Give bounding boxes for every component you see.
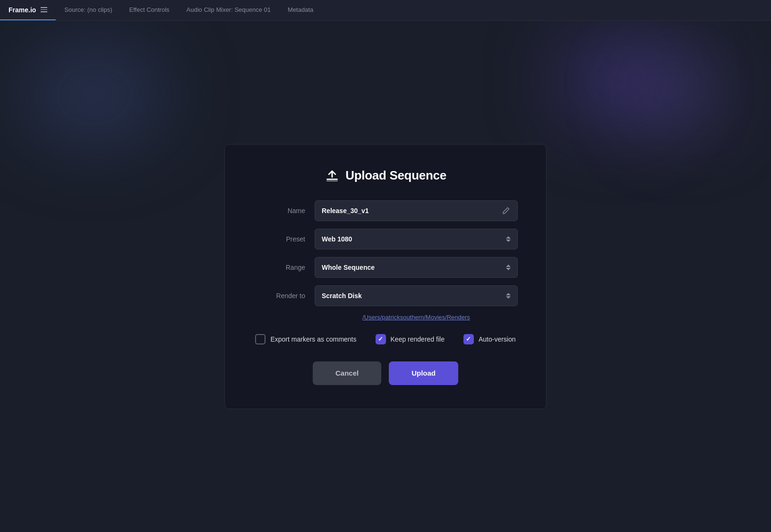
range-spinner[interactable] [506, 265, 511, 270]
range-label: Range [253, 264, 315, 271]
name-label: Name [253, 207, 315, 215]
main-content: Upload Sequence Name Release_30_v1 P [0, 21, 771, 532]
checkbox-auto-version[interactable]: ✓ Auto-version [463, 334, 516, 344]
tab-bar: Frame.io Source: (no clips) Effect Contr… [0, 0, 771, 21]
preset-label: Preset [253, 235, 315, 243]
preset-spinner[interactable] [506, 236, 511, 242]
renderto-value: Scratch Disk [322, 292, 506, 300]
tab-source[interactable]: Source: (no clips) [56, 0, 120, 20]
upload-button[interactable]: Upload [389, 361, 458, 385]
edit-icon[interactable] [501, 206, 511, 215]
path-link[interactable]: /Users/patricksouthern/Movies/Renders [362, 314, 470, 321]
menu-icon[interactable] [41, 7, 47, 12]
renderto-arrow-up[interactable] [506, 293, 511, 295]
preset-control[interactable]: Web 1080 [315, 229, 518, 249]
frameio-logo: Frame.io [9, 6, 36, 14]
checkboxes-row: Export markers as comments ✓ Keep render… [253, 334, 518, 344]
checkbox-keep-rendered[interactable]: ✓ Keep rendered file [376, 334, 445, 344]
range-control[interactable]: Whole Sequence [315, 257, 518, 278]
renderto-control[interactable]: Scratch Disk [315, 285, 518, 306]
dialog-wrapper: Upload Sequence Name Release_30_v1 P [224, 144, 547, 409]
tab-metadata[interactable]: Metadata [279, 0, 322, 20]
svg-rect-2 [326, 180, 338, 181]
range-arrow-down[interactable] [506, 268, 511, 270]
preset-row: Preset Web 1080 [253, 229, 518, 249]
dialog-title: Upload Sequence [325, 168, 446, 183]
checkbox-export-markers[interactable]: Export markers as comments [255, 334, 356, 344]
checkbox-auto-version-check: ✓ [466, 336, 471, 342]
tab-audiomixer[interactable]: Audio Clip Mixer: Sequence 01 [178, 0, 280, 20]
upload-dialog: Upload Sequence Name Release_30_v1 P [253, 168, 518, 385]
preset-value: Web 1080 [322, 235, 506, 243]
checkbox-auto-version-box[interactable]: ✓ [463, 334, 474, 344]
form-section: Name Release_30_v1 Preset Web 1080 [253, 200, 518, 314]
name-row: Name Release_30_v1 [253, 200, 518, 221]
preset-arrow-down[interactable] [506, 240, 511, 242]
upload-sequence-icon [325, 168, 340, 183]
name-control[interactable]: Release_30_v1 [315, 200, 518, 221]
range-arrow-up[interactable] [506, 265, 511, 267]
tab-frameio[interactable]: Frame.io [0, 0, 56, 20]
checkbox-keep-rendered-box[interactable]: ✓ [376, 334, 386, 344]
range-value: Whole Sequence [322, 264, 506, 271]
tab-source-label: Source: (no clips) [64, 6, 112, 13]
cancel-button[interactable]: Cancel [313, 361, 381, 385]
buttons-row: Cancel Upload [313, 361, 458, 385]
preset-arrow-up[interactable] [506, 236, 511, 239]
tab-effects-label: Effect Controls [129, 6, 170, 13]
renderto-label: Render to [253, 292, 315, 300]
renderto-row: Render to Scratch Disk [253, 285, 518, 306]
path-row: /Users/patricksouthern/Movies/Renders [301, 314, 470, 321]
checkbox-export-markers-box[interactable] [255, 334, 266, 344]
tab-metadata-label: Metadata [288, 6, 313, 13]
svg-rect-0 [326, 179, 338, 180]
renderto-spinner[interactable] [506, 293, 511, 299]
checkbox-export-markers-label: Export markers as comments [270, 335, 356, 343]
name-value: Release_30_v1 [322, 207, 501, 215]
range-row: Range Whole Sequence [253, 257, 518, 278]
tab-effects[interactable]: Effect Controls [121, 0, 178, 20]
checkbox-auto-version-label: Auto-version [479, 335, 516, 343]
checkbox-keep-rendered-label: Keep rendered file [391, 335, 445, 343]
tab-audiomixer-label: Audio Clip Mixer: Sequence 01 [187, 6, 271, 13]
renderto-arrow-down[interactable] [506, 296, 511, 299]
dialog-title-text: Upload Sequence [345, 168, 446, 183]
checkbox-keep-rendered-check: ✓ [378, 336, 383, 342]
